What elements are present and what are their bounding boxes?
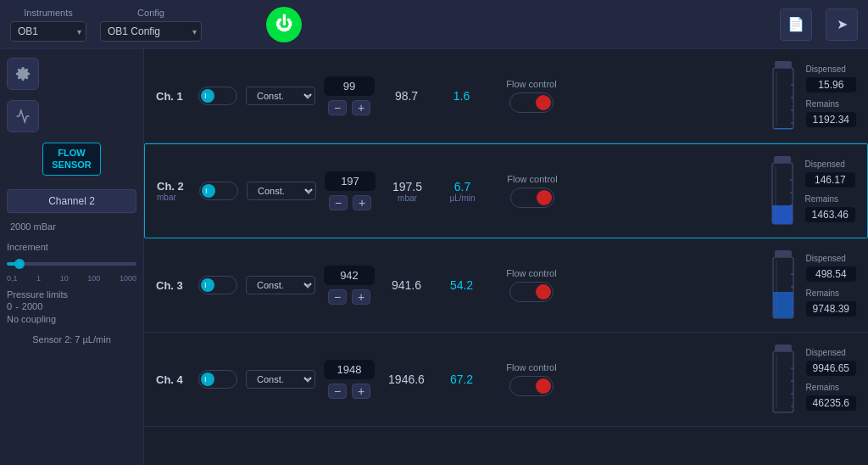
flow-toggle-ch2[interactable]: [510, 188, 554, 208]
top-bar: Instruments OB1 Config OB1 Config ⏻ 📄 ➤: [0, 0, 868, 49]
mode-select-ch3[interactable]: Const.: [246, 276, 315, 294]
arrow-icon-button[interactable]: ➤: [826, 8, 858, 41]
config-label: Config: [137, 8, 164, 18]
ch-label-wrapper-ch1: Ch. 1: [156, 90, 190, 103]
mode-select-ch1[interactable]: Const.: [246, 87, 315, 105]
channel-row-ch1: Ch. 1 I Const. 99 − + 98.7 1.6: [144, 49, 868, 143]
mode-select-wrapper-ch2[interactable]: Const.: [247, 182, 316, 200]
dispensed-value-ch2: 146.17: [805, 172, 855, 188]
settings-icon-button[interactable]: [7, 58, 39, 90]
flow-toggle-knob-ch3: [536, 284, 551, 300]
ch-label-wrapper-ch3: Ch. 3: [156, 279, 190, 292]
toggle-switch-ch2[interactable]: I: [199, 182, 238, 200]
flow-control-label-ch2: Flow control: [507, 174, 557, 184]
toggle-on-ch3: [201, 278, 214, 292]
vial-ch4: [767, 341, 799, 417]
flow-toggle-ch4[interactable]: [509, 376, 554, 396]
chart-icon-button[interactable]: [7, 100, 39, 132]
sidebar-pressure-info: 2000 mBar: [7, 220, 136, 235]
mode-select-wrapper-ch3[interactable]: Const.: [246, 276, 315, 294]
reading-val-ch3: 941.6: [386, 278, 428, 292]
vial-svg-ch3: [768, 249, 798, 323]
svg-rect-10: [774, 156, 791, 163]
dispensed-value-ch1: 15.96: [806, 77, 856, 92]
remains-label-ch4: Remains: [806, 383, 856, 392]
vial-svg-ch2: [767, 154, 798, 229]
toggle-switch-ch3[interactable]: I: [198, 276, 237, 294]
flow-toggle-knob-ch1: [536, 95, 551, 110]
config-select-wrapper[interactable]: OB1 Config: [100, 21, 202, 42]
flow-group-ch3: 54.2: [438, 278, 485, 292]
flow-sensor-label-line1: FLOW: [52, 147, 91, 159]
dispensed-label-ch4: Dispensed: [806, 348, 856, 357]
reading-val-ch1: 98.7: [386, 89, 428, 103]
flow-toggle-ch3[interactable]: [509, 282, 554, 302]
slider-label-1: 1: [36, 274, 41, 283]
minus-btn-ch4[interactable]: −: [328, 384, 347, 399]
power-button[interactable]: ⏻: [266, 7, 302, 42]
plus-minus-ch2: − +: [329, 195, 371, 210]
value-controls-ch4: 1948 − +: [324, 360, 375, 399]
slider-track: [7, 262, 136, 266]
flow-toggle-knob-ch4: [536, 378, 551, 394]
minus-btn-ch1[interactable]: −: [328, 100, 347, 115]
document-icon-button[interactable]: 📄: [780, 8, 812, 41]
vial-ch1: [767, 58, 799, 134]
mode-select-ch2[interactable]: Const.: [247, 182, 316, 200]
config-select[interactable]: OB1 Config: [100, 21, 202, 42]
toggle-switch-ch4[interactable]: I: [198, 370, 237, 389]
reading-val-ch4: 1946.6: [386, 373, 428, 386]
minus-btn-ch2[interactable]: −: [329, 195, 348, 210]
instruments-label: Instruments: [24, 8, 72, 18]
mode-select-wrapper-ch4[interactable]: Const.: [246, 370, 315, 389]
remains-label-ch2: Remains: [805, 194, 855, 204]
vial-info-ch4: Dispensed 9946.65 Remains 46235.6: [806, 348, 856, 411]
dispensed-value-ch3: 498.54: [806, 266, 856, 282]
channel-row-ch2: Ch. 2 mbar I Const. 197 − + 197.5 mbar 6…: [144, 143, 868, 238]
toggle-switch-ch1[interactable]: I: [198, 87, 237, 105]
flow-control-label-ch3: Flow control: [506, 268, 556, 278]
slider-label-0: 0,1: [7, 274, 18, 283]
pressure-limits-section: Pressure limits 0 - 2000 No coupling: [7, 289, 136, 324]
instrument-select[interactable]: OB1: [10, 21, 86, 42]
value-controls-ch2: 197 − +: [325, 171, 376, 210]
vial-info-ch1: Dispensed 15.96 Remains 1192.34: [806, 64, 856, 127]
plus-btn-ch4[interactable]: +: [352, 384, 370, 399]
pressure-min: 0: [7, 301, 12, 311]
flow-val-ch4: 67.2: [441, 373, 483, 386]
slider-labels: 0,1 1 10 100 1000: [7, 274, 136, 283]
channel-row-ch3: Ch. 3 I Const. 942 − + 941.6 54.2: [144, 238, 868, 333]
flow-toggle-ch1[interactable]: [509, 92, 554, 113]
toggle-i-ch3: I: [204, 281, 207, 289]
instrument-select-wrapper[interactable]: OB1: [10, 21, 86, 42]
document-icon: 📄: [787, 16, 804, 32]
channel-select-button[interactable]: Channel 2: [7, 189, 136, 213]
dispensed-label-ch2: Dispensed: [805, 160, 855, 169]
vial-svg-ch4: [768, 343, 798, 417]
mode-select-wrapper-ch1[interactable]: Const.: [246, 87, 315, 105]
increment-label: Increment: [7, 242, 136, 252]
reading-group-ch2: 197.5 mbar: [384, 180, 431, 203]
minus-btn-ch3[interactable]: −: [328, 289, 347, 305]
pressure-dash: -: [15, 301, 19, 311]
toggle-i-ch1: I: [204, 92, 207, 100]
flow-control-label-ch4: Flow control: [506, 362, 556, 373]
setpoint-display-ch3: 942: [324, 266, 375, 285]
vial-section-ch2: Dispensed 146.17 Remains 1463.46: [766, 153, 855, 229]
coupling-label: No coupling: [7, 314, 136, 324]
sensor-reading: Sensor 2: 7 µL/min: [32, 334, 111, 345]
svg-rect-19: [775, 250, 792, 257]
flow-toggle-knob-ch2: [537, 190, 552, 205]
flow-control-section-ch1: Flow control: [493, 79, 570, 113]
slider-thumb: [14, 259, 25, 269]
dispensed-label-ch3: Dispensed: [806, 254, 856, 263]
mode-select-ch4[interactable]: Const.: [246, 370, 315, 389]
ch-label-ch3: Ch. 3: [156, 279, 190, 292]
reading-val-ch2: 197.5: [387, 180, 429, 193]
flow-val-ch3: 54.2: [441, 278, 483, 292]
increment-slider[interactable]: [7, 255, 136, 272]
plus-btn-ch3[interactable]: +: [352, 289, 370, 305]
plus-btn-ch2[interactable]: +: [353, 195, 371, 210]
plus-btn-ch1[interactable]: +: [352, 100, 370, 115]
flow-sensor-button[interactable]: FLOW SENSOR: [42, 143, 100, 176]
